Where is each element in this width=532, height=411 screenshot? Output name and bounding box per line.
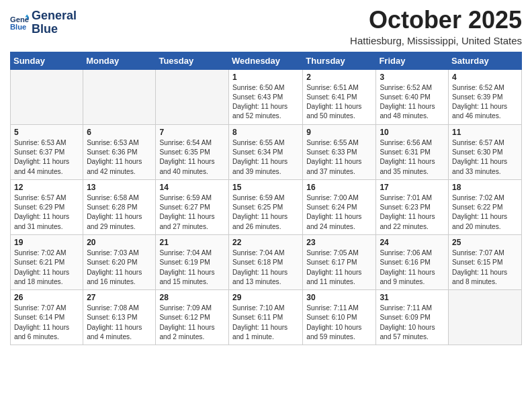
calendar-cell: 13Sunrise: 6:58 AMSunset: 6:28 PMDayligh… <box>83 179 156 234</box>
day-number: 17 <box>380 183 445 192</box>
calendar-cell: 7Sunrise: 6:54 AMSunset: 6:35 PMDaylight… <box>156 124 229 179</box>
col-sunday: Sunday <box>11 52 83 69</box>
title-block: October 2025 Hattiesburg, Mississippi, U… <box>350 7 522 46</box>
logo-text: General Blue <box>32 9 77 36</box>
calendar-cell: 15Sunrise: 6:59 AMSunset: 6:25 PMDayligh… <box>229 179 303 234</box>
calendar-cell: 11Sunrise: 6:57 AMSunset: 6:30 PMDayligh… <box>449 124 522 179</box>
calendar-cell <box>11 69 83 124</box>
day-number: 25 <box>452 238 518 247</box>
day-info: Sunrise: 7:07 AMSunset: 6:15 PMDaylight:… <box>452 248 518 287</box>
col-friday: Friday <box>376 52 449 69</box>
day-info: Sunrise: 7:03 AMSunset: 6:20 PMDaylight:… <box>87 248 152 287</box>
day-info: Sunrise: 7:06 AMSunset: 6:16 PMDaylight:… <box>380 248 445 287</box>
day-number: 10 <box>380 128 445 137</box>
calendar-cell: 9Sunrise: 6:55 AMSunset: 6:33 PMDaylight… <box>303 124 376 179</box>
calendar-cell: 19Sunrise: 7:02 AMSunset: 6:21 PMDayligh… <box>11 234 83 289</box>
calendar-cell: 6Sunrise: 6:53 AMSunset: 6:36 PMDaylight… <box>83 124 156 179</box>
calendar-cell <box>156 69 229 124</box>
calendar-week-row: 1Sunrise: 6:50 AMSunset: 6:43 PMDaylight… <box>11 69 522 124</box>
day-info: Sunrise: 7:05 AMSunset: 6:17 PMDaylight:… <box>306 248 372 287</box>
day-number: 11 <box>452 128 518 137</box>
day-number: 28 <box>159 293 225 302</box>
calendar-cell: 18Sunrise: 7:02 AMSunset: 6:22 PMDayligh… <box>449 179 522 234</box>
calendar-cell: 10Sunrise: 6:56 AMSunset: 6:31 PMDayligh… <box>376 124 449 179</box>
day-info: Sunrise: 6:55 AMSunset: 6:33 PMDaylight:… <box>306 138 372 177</box>
calendar-cell: 8Sunrise: 6:55 AMSunset: 6:34 PMDaylight… <box>229 124 303 179</box>
calendar-cell: 23Sunrise: 7:05 AMSunset: 6:17 PMDayligh… <box>303 234 376 289</box>
day-number: 16 <box>306 183 372 192</box>
col-saturday: Saturday <box>449 52 522 69</box>
day-number: 5 <box>14 128 79 137</box>
day-number: 15 <box>232 183 299 192</box>
day-number: 18 <box>452 183 518 192</box>
day-number: 22 <box>232 238 299 247</box>
calendar-week-row: 5Sunrise: 6:53 AMSunset: 6:37 PMDaylight… <box>11 124 522 179</box>
col-wednesday: Wednesday <box>229 52 303 69</box>
day-info: Sunrise: 6:58 AMSunset: 6:28 PMDaylight:… <box>87 193 152 232</box>
day-number: 29 <box>232 293 299 302</box>
day-info: Sunrise: 6:52 AMSunset: 6:40 PMDaylight:… <box>380 83 445 122</box>
calendar-cell: 31Sunrise: 7:11 AMSunset: 6:09 PMDayligh… <box>376 290 449 345</box>
day-info: Sunrise: 7:11 AMSunset: 6:09 PMDaylight:… <box>380 304 445 342</box>
location: Hattiesburg, Mississippi, United States <box>350 35 522 46</box>
col-thursday: Thursday <box>303 52 376 69</box>
svg-text:Blue: Blue <box>10 23 26 31</box>
calendar-cell: 2Sunrise: 6:51 AMSunset: 6:41 PMDaylight… <box>303 69 376 124</box>
calendar-cell: 29Sunrise: 7:10 AMSunset: 6:11 PMDayligh… <box>229 290 303 345</box>
calendar-cell: 12Sunrise: 6:57 AMSunset: 6:29 PMDayligh… <box>11 179 83 234</box>
day-info: Sunrise: 7:04 AMSunset: 6:19 PMDaylight:… <box>159 248 225 287</box>
day-info: Sunrise: 6:57 AMSunset: 6:30 PMDaylight:… <box>452 138 518 177</box>
day-info: Sunrise: 7:02 AMSunset: 6:22 PMDaylight:… <box>452 193 518 232</box>
day-info: Sunrise: 6:50 AMSunset: 6:43 PMDaylight:… <box>232 83 299 122</box>
day-number: 9 <box>306 128 372 137</box>
day-info: Sunrise: 6:53 AMSunset: 6:37 PMDaylight:… <box>14 138 79 177</box>
calendar-week-row: 26Sunrise: 7:07 AMSunset: 6:14 PMDayligh… <box>11 290 522 345</box>
day-number: 4 <box>452 73 518 82</box>
calendar-week-row: 19Sunrise: 7:02 AMSunset: 6:21 PMDayligh… <box>11 234 522 289</box>
calendar-cell: 25Sunrise: 7:07 AMSunset: 6:15 PMDayligh… <box>449 234 522 289</box>
day-number: 3 <box>380 73 445 82</box>
day-number: 8 <box>232 128 299 137</box>
calendar-cell: 24Sunrise: 7:06 AMSunset: 6:16 PMDayligh… <box>376 234 449 289</box>
day-number: 26 <box>14 293 79 302</box>
day-info: Sunrise: 6:57 AMSunset: 6:29 PMDaylight:… <box>14 193 79 232</box>
logo: General Blue General Blue <box>10 9 77 36</box>
calendar-header-row: Sunday Monday Tuesday Wednesday Thursday… <box>11 52 522 69</box>
day-number: 27 <box>87 293 152 302</box>
day-number: 21 <box>159 238 225 247</box>
calendar-cell: 3Sunrise: 6:52 AMSunset: 6:40 PMDaylight… <box>376 69 449 124</box>
day-number: 1 <box>232 73 299 82</box>
day-number: 7 <box>159 128 225 137</box>
calendar-cell: 14Sunrise: 6:59 AMSunset: 6:27 PMDayligh… <box>156 179 229 234</box>
calendar-table: Sunday Monday Tuesday Wednesday Thursday… <box>10 52 522 346</box>
calendar-cell: 27Sunrise: 7:08 AMSunset: 6:13 PMDayligh… <box>83 290 156 345</box>
day-info: Sunrise: 6:53 AMSunset: 6:36 PMDaylight:… <box>87 138 152 177</box>
month-title: October 2025 <box>350 7 522 34</box>
day-info: Sunrise: 6:52 AMSunset: 6:39 PMDaylight:… <box>452 83 518 122</box>
calendar-cell: 20Sunrise: 7:03 AMSunset: 6:20 PMDayligh… <box>83 234 156 289</box>
day-info: Sunrise: 7:02 AMSunset: 6:21 PMDaylight:… <box>14 248 79 287</box>
day-info: Sunrise: 7:07 AMSunset: 6:14 PMDaylight:… <box>14 304 79 342</box>
calendar-cell: 21Sunrise: 7:04 AMSunset: 6:19 PMDayligh… <box>156 234 229 289</box>
calendar-cell: 5Sunrise: 6:53 AMSunset: 6:37 PMDaylight… <box>11 124 83 179</box>
day-info: Sunrise: 7:00 AMSunset: 6:24 PMDaylight:… <box>306 193 372 232</box>
day-info: Sunrise: 6:55 AMSunset: 6:34 PMDaylight:… <box>232 138 299 177</box>
calendar-cell: 17Sunrise: 7:01 AMSunset: 6:23 PMDayligh… <box>376 179 449 234</box>
calendar-cell: 28Sunrise: 7:09 AMSunset: 6:12 PMDayligh… <box>156 290 229 345</box>
day-info: Sunrise: 6:56 AMSunset: 6:31 PMDaylight:… <box>380 138 445 177</box>
day-info: Sunrise: 7:10 AMSunset: 6:11 PMDaylight:… <box>232 304 299 342</box>
calendar-week-row: 12Sunrise: 6:57 AMSunset: 6:29 PMDayligh… <box>11 179 522 234</box>
day-info: Sunrise: 6:51 AMSunset: 6:41 PMDaylight:… <box>306 83 372 122</box>
day-number: 24 <box>380 238 445 247</box>
day-info: Sunrise: 7:01 AMSunset: 6:23 PMDaylight:… <box>380 193 445 232</box>
col-tuesday: Tuesday <box>156 52 229 69</box>
day-number: 6 <box>87 128 152 137</box>
calendar-cell: 1Sunrise: 6:50 AMSunset: 6:43 PMDaylight… <box>229 69 303 124</box>
calendar-cell: 30Sunrise: 7:11 AMSunset: 6:10 PMDayligh… <box>303 290 376 345</box>
day-info: Sunrise: 6:59 AMSunset: 6:25 PMDaylight:… <box>232 193 299 232</box>
day-number: 12 <box>14 183 79 192</box>
calendar-cell: 26Sunrise: 7:07 AMSunset: 6:14 PMDayligh… <box>11 290 83 345</box>
day-info: Sunrise: 7:09 AMSunset: 6:12 PMDaylight:… <box>159 304 225 342</box>
day-number: 30 <box>306 293 372 302</box>
day-number: 13 <box>87 183 152 192</box>
